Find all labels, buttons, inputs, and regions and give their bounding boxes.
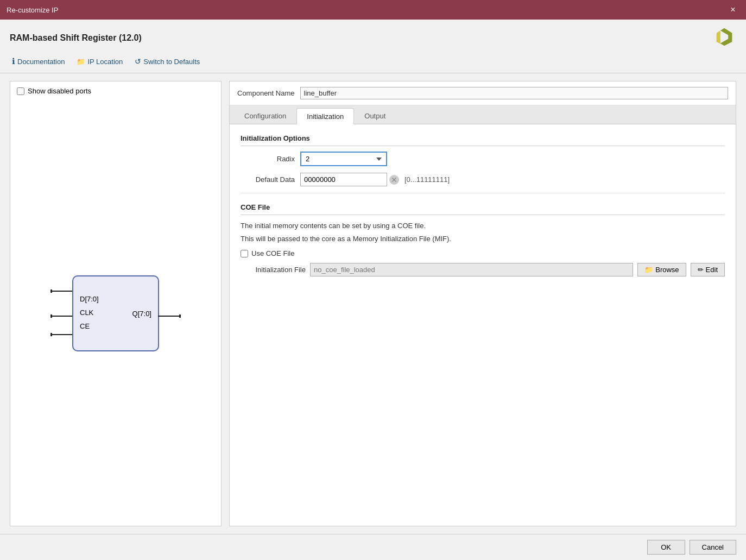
use-coe-label[interactable]: Use COE File xyxy=(251,249,294,257)
coe-desc-1: The initial memory contents can be set b… xyxy=(241,221,725,231)
coe-divider xyxy=(241,193,725,193)
default-data-input-wrap: ✕ xyxy=(300,173,399,186)
tab-output[interactable]: Output xyxy=(354,108,396,124)
xilinx-logo-icon xyxy=(715,27,734,47)
edit-button[interactable]: ✏ Edit xyxy=(691,263,725,276)
radix-select[interactable]: 2 8 10 16 xyxy=(300,152,387,166)
svg-marker-0 xyxy=(720,28,732,46)
wire-q-cap xyxy=(179,314,181,318)
refresh-icon: ↺ xyxy=(135,57,141,66)
tabs-bar: Configuration Initialization Output xyxy=(230,105,736,124)
logo xyxy=(715,27,736,49)
title-bar-title: Re-customize IP xyxy=(7,6,58,14)
port-q-label: Q[7:0] xyxy=(132,309,151,317)
browse-folder-icon: 📁 xyxy=(644,266,653,274)
toolbar: ℹ Documentation 📁 IP Location ↺ Switch t… xyxy=(0,53,746,73)
wire-ce-cap xyxy=(50,333,52,336)
tab-configuration[interactable]: Configuration xyxy=(234,108,296,124)
component-name-label: Component Name xyxy=(237,89,295,97)
dialog-header: RAM-based Shift Register (12.0) xyxy=(0,20,746,53)
init-options-header: Initialization Options xyxy=(241,134,725,146)
port-ce-label: CE xyxy=(80,320,158,334)
radix-label: Radix xyxy=(241,155,295,163)
title-bar: Re-customize IP × xyxy=(0,0,746,20)
init-file-row: Initialization File 📁 Browse ✏ Edit xyxy=(241,263,725,276)
port-d-label: D[7:0] xyxy=(80,293,158,306)
browse-button[interactable]: 📁 Browse xyxy=(637,263,686,276)
left-panel: Show disabled ports D[7:0] CLK xyxy=(10,81,222,526)
bottom-bar: OK Cancel xyxy=(0,534,746,560)
component-block: D[7:0] CLK CE Q[7:0] xyxy=(72,275,159,351)
wire-clk-cap xyxy=(50,314,52,318)
init-file-label: Initialization File xyxy=(241,266,306,274)
wire-clk-in xyxy=(50,316,73,317)
show-disabled-ports-label[interactable]: Show disabled ports xyxy=(17,87,91,95)
wire-q-out xyxy=(158,316,181,317)
range-hint: [0...11111111] xyxy=(404,175,450,184)
block-diagram: D[7:0] CLK CE Q[7:0] xyxy=(50,270,181,357)
edit-pencil-icon: ✏ xyxy=(698,266,704,274)
tab-content-initialization: Initialization Options Radix 2 8 10 16 D… xyxy=(230,124,736,526)
default-data-row: Default Data ✕ [0...11111111] xyxy=(241,173,725,186)
close-button[interactable]: × xyxy=(726,3,739,16)
left-panel-toolbar: Show disabled ports xyxy=(10,81,221,100)
main-content: RAM-based Shift Register (12.0) ℹ Docume… xyxy=(0,20,746,560)
ok-button[interactable]: OK xyxy=(647,540,685,555)
use-coe-row: Use COE File xyxy=(241,249,725,257)
radix-row: Radix 2 8 10 16 xyxy=(241,152,725,166)
info-icon: ℹ xyxy=(12,56,15,66)
right-panel: Component Name Configuration Initializat… xyxy=(229,81,736,526)
default-data-label: Default Data xyxy=(241,175,295,184)
init-file-input[interactable] xyxy=(310,263,633,276)
wire-d-in xyxy=(50,291,73,292)
use-coe-checkbox[interactable] xyxy=(241,250,248,257)
wire-ce-in xyxy=(50,334,73,335)
tab-initialization[interactable]: Initialization xyxy=(296,108,354,124)
component-name-input[interactable] xyxy=(300,87,729,99)
schematic-area: D[7:0] CLK CE Q[7:0] xyxy=(10,100,221,526)
documentation-button[interactable]: ℹ Documentation xyxy=(10,55,67,67)
switch-to-defaults-button[interactable]: ↺ Switch to Defaults xyxy=(132,56,202,67)
coe-file-header: COE File xyxy=(241,203,725,215)
show-disabled-ports-checkbox[interactable] xyxy=(17,87,24,95)
component-name-row: Component Name xyxy=(230,81,736,105)
wire-d-cap xyxy=(50,290,52,293)
ip-location-button[interactable]: 📁 IP Location xyxy=(74,56,125,67)
folder-icon: 📁 xyxy=(77,58,85,66)
default-data-clear-button[interactable]: ✕ xyxy=(389,175,399,185)
default-data-input[interactable] xyxy=(300,173,387,186)
coe-file-section: COE File The initial memory contents can… xyxy=(241,203,725,276)
dialog-title: RAM-based Shift Register (12.0) xyxy=(10,33,142,43)
dialog-body: Show disabled ports D[7:0] CLK xyxy=(0,73,746,534)
cancel-button[interactable]: Cancel xyxy=(690,540,736,555)
coe-desc-2: This will be passed to the core as a Mem… xyxy=(241,234,725,244)
